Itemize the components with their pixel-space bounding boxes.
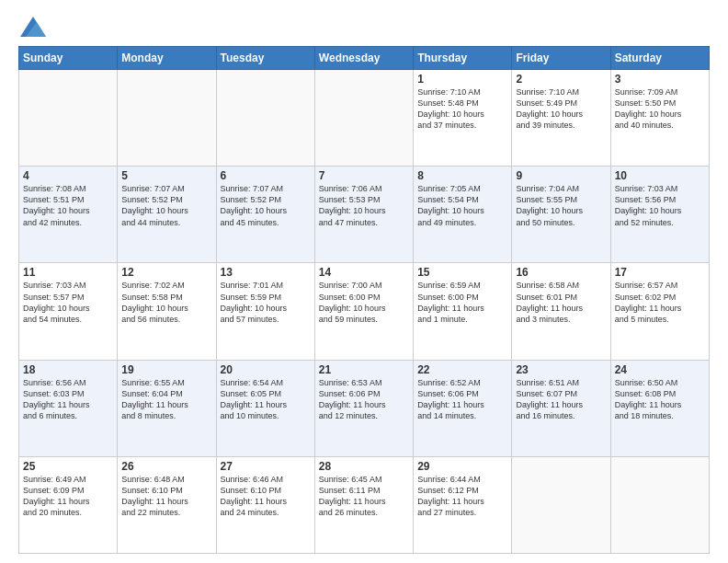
- weekday-header: Thursday: [414, 47, 512, 70]
- calendar-day-cell: 22Sunrise: 6:52 AM Sunset: 6:06 PM Dayli…: [414, 360, 512, 456]
- calendar-week-row: 25Sunrise: 6:49 AM Sunset: 6:09 PM Dayli…: [19, 456, 710, 553]
- calendar-day-cell: 20Sunrise: 6:54 AM Sunset: 6:05 PM Dayli…: [216, 360, 314, 456]
- day-number: 14: [319, 266, 409, 279]
- day-number: 27: [221, 460, 311, 473]
- calendar-day-cell: 17Sunrise: 6:57 AM Sunset: 6:02 PM Dayli…: [610, 263, 709, 360]
- day-number: 26: [121, 460, 211, 473]
- day-info: Sunrise: 6:59 AM Sunset: 6:00 PM Dayligh…: [417, 280, 507, 325]
- calendar-day-cell: 12Sunrise: 7:02 AM Sunset: 5:58 PM Dayli…: [118, 263, 216, 360]
- calendar-day-cell: 4Sunrise: 7:08 AM Sunset: 5:51 PM Daylig…: [19, 167, 118, 263]
- calendar-week-row: 18Sunrise: 6:56 AM Sunset: 6:03 PM Dayli…: [19, 360, 710, 456]
- day-info: Sunrise: 7:03 AM Sunset: 5:56 PM Dayligh…: [615, 183, 705, 228]
- day-number: 12: [121, 266, 211, 279]
- day-number: 7: [319, 169, 409, 182]
- calendar-day-cell: 2Sunrise: 7:10 AM Sunset: 5:49 PM Daylig…: [512, 70, 610, 167]
- calendar-day-cell: 13Sunrise: 7:01 AM Sunset: 5:59 PM Dayli…: [216, 263, 314, 360]
- calendar-day-cell: 10Sunrise: 7:03 AM Sunset: 5:56 PM Dayli…: [610, 167, 709, 263]
- weekday-header: Sunday: [19, 47, 118, 70]
- day-number: 24: [615, 363, 705, 376]
- day-number: 9: [516, 169, 606, 182]
- day-info: Sunrise: 6:55 AM Sunset: 6:04 PM Dayligh…: [121, 377, 211, 422]
- day-info: Sunrise: 7:04 AM Sunset: 5:55 PM Dayligh…: [516, 183, 606, 228]
- day-info: Sunrise: 7:00 AM Sunset: 6:00 PM Dayligh…: [319, 280, 409, 325]
- day-info: Sunrise: 7:07 AM Sunset: 5:52 PM Dayligh…: [121, 183, 211, 228]
- weekday-header: Wednesday: [314, 47, 413, 70]
- calendar-day-cell: 16Sunrise: 6:58 AM Sunset: 6:01 PM Dayli…: [512, 263, 610, 360]
- day-number: 16: [516, 266, 606, 279]
- calendar-week-row: 11Sunrise: 7:03 AM Sunset: 5:57 PM Dayli…: [19, 263, 710, 360]
- day-info: Sunrise: 6:54 AM Sunset: 6:05 PM Dayligh…: [221, 377, 311, 422]
- calendar-day-cell: [118, 70, 216, 167]
- day-info: Sunrise: 6:57 AM Sunset: 6:02 PM Dayligh…: [615, 280, 705, 325]
- calendar-day-cell: 28Sunrise: 6:45 AM Sunset: 6:11 PM Dayli…: [314, 456, 413, 553]
- day-number: 21: [319, 363, 409, 376]
- calendar-day-cell: 24Sunrise: 6:50 AM Sunset: 6:08 PM Dayli…: [610, 360, 709, 456]
- calendar-day-cell: 21Sunrise: 6:53 AM Sunset: 6:06 PM Dayli…: [314, 360, 413, 456]
- logo: [18, 17, 46, 37]
- day-number: 29: [417, 460, 507, 473]
- day-number: 25: [23, 460, 113, 473]
- calendar-day-cell: 29Sunrise: 6:44 AM Sunset: 6:12 PM Dayli…: [414, 456, 512, 553]
- calendar-day-cell: [19, 70, 118, 167]
- day-number: 23: [516, 363, 606, 376]
- day-info: Sunrise: 7:10 AM Sunset: 5:48 PM Dayligh…: [417, 86, 507, 132]
- calendar-day-cell: 7Sunrise: 7:06 AM Sunset: 5:53 PM Daylig…: [314, 167, 413, 263]
- calendar-day-cell: [314, 70, 413, 167]
- calendar-day-cell: 5Sunrise: 7:07 AM Sunset: 5:52 PM Daylig…: [118, 167, 216, 263]
- day-info: Sunrise: 7:07 AM Sunset: 5:52 PM Dayligh…: [221, 183, 311, 228]
- day-info: Sunrise: 7:01 AM Sunset: 5:59 PM Dayligh…: [221, 280, 311, 325]
- day-number: 11: [23, 266, 113, 279]
- calendar-day-cell: 6Sunrise: 7:07 AM Sunset: 5:52 PM Daylig…: [216, 167, 314, 263]
- day-info: Sunrise: 6:50 AM Sunset: 6:08 PM Dayligh…: [615, 377, 705, 422]
- calendar-day-cell: 27Sunrise: 6:46 AM Sunset: 6:10 PM Dayli…: [216, 456, 314, 553]
- calendar-day-cell: 14Sunrise: 7:00 AM Sunset: 6:00 PM Dayli…: [314, 263, 413, 360]
- day-number: 17: [615, 266, 705, 279]
- weekday-header: Tuesday: [216, 47, 314, 70]
- day-info: Sunrise: 6:53 AM Sunset: 6:06 PM Dayligh…: [319, 377, 409, 422]
- day-info: Sunrise: 6:44 AM Sunset: 6:12 PM Dayligh…: [417, 474, 507, 519]
- day-number: 13: [221, 266, 311, 279]
- day-info: Sunrise: 7:06 AM Sunset: 5:53 PM Dayligh…: [319, 183, 409, 228]
- calendar-day-cell: 1Sunrise: 7:10 AM Sunset: 5:48 PM Daylig…: [414, 70, 512, 167]
- calendar-day-cell: [512, 456, 610, 553]
- day-number: 1: [417, 73, 507, 86]
- calendar-day-cell: [610, 456, 709, 553]
- day-number: 8: [417, 169, 507, 182]
- day-number: 10: [615, 169, 705, 182]
- calendar-day-cell: 15Sunrise: 6:59 AM Sunset: 6:00 PM Dayli…: [414, 263, 512, 360]
- day-info: Sunrise: 6:52 AM Sunset: 6:06 PM Dayligh…: [417, 377, 507, 422]
- calendar-day-cell: 9Sunrise: 7:04 AM Sunset: 5:55 PM Daylig…: [512, 167, 610, 263]
- day-info: Sunrise: 7:02 AM Sunset: 5:58 PM Dayligh…: [121, 280, 211, 325]
- day-number: 15: [417, 266, 507, 279]
- day-number: 20: [221, 363, 311, 376]
- weekday-header: Saturday: [610, 47, 709, 70]
- day-info: Sunrise: 6:51 AM Sunset: 6:07 PM Dayligh…: [516, 377, 606, 422]
- day-number: 5: [121, 169, 211, 182]
- calendar-day-cell: 23Sunrise: 6:51 AM Sunset: 6:07 PM Dayli…: [512, 360, 610, 456]
- calendar-day-cell: 8Sunrise: 7:05 AM Sunset: 5:54 PM Daylig…: [414, 167, 512, 263]
- calendar-day-cell: [216, 70, 314, 167]
- calendar-week-row: 4Sunrise: 7:08 AM Sunset: 5:51 PM Daylig…: [19, 167, 710, 263]
- calendar-day-cell: 25Sunrise: 6:49 AM Sunset: 6:09 PM Dayli…: [19, 456, 118, 553]
- day-number: 3: [615, 73, 705, 86]
- header: [18, 17, 710, 37]
- weekday-header: Friday: [512, 47, 610, 70]
- calendar-day-cell: 11Sunrise: 7:03 AM Sunset: 5:57 PM Dayli…: [19, 263, 118, 360]
- day-info: Sunrise: 7:08 AM Sunset: 5:51 PM Dayligh…: [23, 183, 113, 228]
- day-number: 6: [221, 169, 311, 182]
- logo-icon: [20, 17, 46, 37]
- day-info: Sunrise: 6:45 AM Sunset: 6:11 PM Dayligh…: [319, 474, 409, 519]
- calendar-day-cell: 26Sunrise: 6:48 AM Sunset: 6:10 PM Dayli…: [118, 456, 216, 553]
- day-info: Sunrise: 7:03 AM Sunset: 5:57 PM Dayligh…: [23, 280, 113, 325]
- day-info: Sunrise: 7:09 AM Sunset: 5:50 PM Dayligh…: [615, 86, 705, 132]
- calendar: SundayMondayTuesdayWednesdayThursdayFrid…: [18, 46, 710, 554]
- calendar-header-row: SundayMondayTuesdayWednesdayThursdayFrid…: [19, 47, 710, 70]
- weekday-header: Monday: [118, 47, 216, 70]
- day-number: 19: [121, 363, 211, 376]
- day-number: 22: [417, 363, 507, 376]
- day-number: 2: [516, 73, 606, 86]
- day-number: 4: [23, 169, 113, 182]
- day-info: Sunrise: 6:46 AM Sunset: 6:10 PM Dayligh…: [221, 474, 311, 519]
- day-info: Sunrise: 6:49 AM Sunset: 6:09 PM Dayligh…: [23, 474, 113, 519]
- calendar-day-cell: 18Sunrise: 6:56 AM Sunset: 6:03 PM Dayli…: [19, 360, 118, 456]
